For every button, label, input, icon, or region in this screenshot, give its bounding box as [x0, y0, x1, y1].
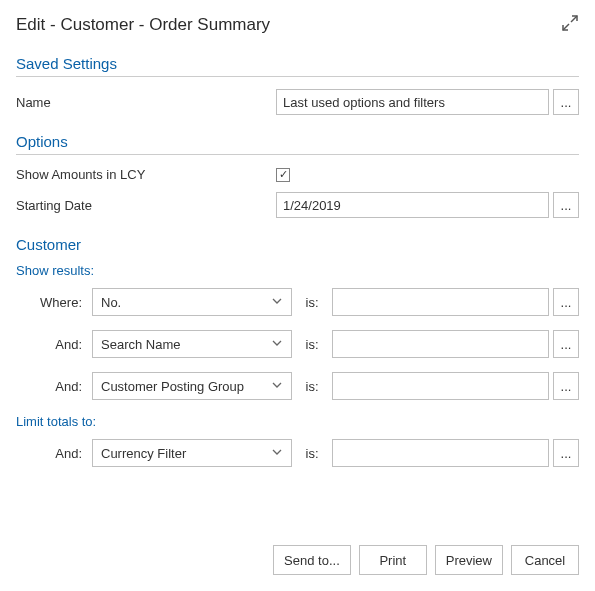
value-input-2[interactable]	[332, 372, 549, 400]
lcy-label: Show Amounts in LCY	[16, 167, 276, 182]
print-button[interactable]: Print	[359, 545, 427, 575]
limit-value-input-0[interactable]	[332, 439, 549, 467]
lcy-checkbox[interactable]	[276, 168, 290, 182]
customer-heading: Customer	[16, 236, 579, 257]
cancel-button[interactable]: Cancel	[511, 545, 579, 575]
starting-date-input[interactable]	[276, 192, 549, 218]
send-to-button[interactable]: Send to...	[273, 545, 351, 575]
value-lookup-1[interactable]: ...	[553, 330, 579, 358]
show-results-label: Show results:	[16, 263, 579, 278]
preview-button[interactable]: Preview	[435, 545, 503, 575]
chevron-down-icon	[271, 446, 283, 461]
is-label-1: is:	[292, 337, 332, 352]
options-heading: Options	[16, 133, 579, 155]
chevron-down-icon	[271, 295, 283, 310]
field-select-0[interactable]: No.	[92, 288, 292, 316]
name-lookup-button[interactable]: ...	[553, 89, 579, 115]
saved-settings-heading: Saved Settings	[16, 55, 579, 77]
starting-date-label: Starting Date	[16, 198, 276, 213]
value-input-1[interactable]	[332, 330, 549, 358]
name-input[interactable]	[276, 89, 549, 115]
field-select-1[interactable]: Search Name	[92, 330, 292, 358]
field-select-1-value: Search Name	[101, 337, 180, 352]
field-select-0-value: No.	[101, 295, 121, 310]
field-select-2[interactable]: Customer Posting Group	[92, 372, 292, 400]
limit-value-lookup-0[interactable]: ...	[553, 439, 579, 467]
field-select-2-value: Customer Posting Group	[101, 379, 244, 394]
chevron-down-icon	[271, 379, 283, 394]
expand-icon[interactable]	[561, 14, 579, 35]
is-label-2: is:	[292, 379, 332, 394]
limit-field-select-0[interactable]: Currency Filter	[92, 439, 292, 467]
limit-field-select-0-value: Currency Filter	[101, 446, 186, 461]
value-lookup-2[interactable]: ...	[553, 372, 579, 400]
and-label-2: And:	[16, 379, 92, 394]
name-label: Name	[16, 95, 276, 110]
chevron-down-icon	[271, 337, 283, 352]
value-input-0[interactable]	[332, 288, 549, 316]
where-label: Where:	[16, 295, 92, 310]
page-title: Edit - Customer - Order Summary	[16, 15, 270, 35]
starting-date-lookup-button[interactable]: ...	[553, 192, 579, 218]
and-label-limit-0: And:	[16, 446, 92, 461]
limit-totals-label: Limit totals to:	[16, 414, 579, 429]
is-label-limit-0: is:	[292, 446, 332, 461]
value-lookup-0[interactable]: ...	[553, 288, 579, 316]
and-label-1: And:	[16, 337, 92, 352]
is-label-0: is:	[292, 295, 332, 310]
